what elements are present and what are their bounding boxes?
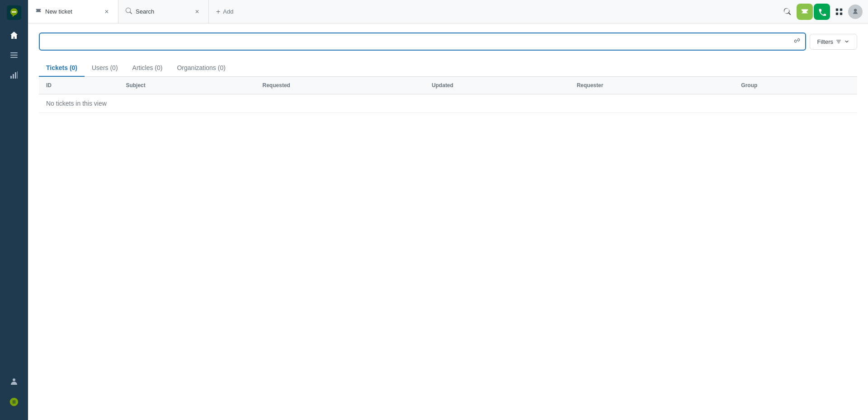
svg-rect-9	[15, 72, 16, 79]
tab-search[interactable]: Search ✕	[118, 0, 209, 23]
search-action-button[interactable]	[779, 4, 796, 20]
add-tab-button[interactable]: + Add	[209, 0, 241, 23]
svg-rect-5	[10, 55, 18, 56]
svg-point-3	[15, 11, 16, 13]
results-table: ID Subject Requested Updated Requester	[39, 77, 857, 113]
svg-rect-13	[836, 12, 838, 14]
tab-organizations[interactable]: Organizations (0)	[170, 60, 232, 77]
col-requester: Requester	[570, 77, 734, 94]
messaging-action-button[interactable]	[797, 4, 813, 20]
svg-rect-11	[836, 8, 838, 10]
tabs-navigation: Tickets (0) Users (0) Articles (0) Organ…	[39, 60, 857, 77]
svg-rect-7	[10, 76, 12, 79]
empty-state-message: No tickets in this view	[39, 94, 857, 113]
search-tab-icon	[126, 8, 132, 15]
svg-point-2	[13, 11, 14, 13]
tab-articles[interactable]: Articles (0)	[125, 60, 170, 77]
tab-bar-actions	[774, 0, 868, 23]
search-tab-label: Search	[136, 8, 189, 15]
table-header: ID Subject Requested Updated Requester	[39, 77, 857, 94]
svg-rect-4	[10, 52, 18, 53]
add-label: Add	[223, 8, 233, 15]
sidebar-item-logo-bottom	[5, 393, 23, 411]
col-updated: Updated	[425, 77, 570, 94]
svg-rect-8	[13, 74, 14, 79]
search-close-button[interactable]: ✕	[193, 8, 201, 16]
apps-action-button[interactable]	[831, 4, 847, 20]
sidebar	[0, 0, 28, 420]
add-icon: +	[216, 8, 220, 16]
sidebar-item-views[interactable]	[5, 46, 23, 64]
sidebar-item-admin[interactable]	[5, 373, 23, 391]
phone-action-button[interactable]	[814, 4, 830, 20]
new-ticket-tab-label: New ticket	[45, 8, 99, 15]
filters-button[interactable]: Filters	[810, 34, 857, 50]
col-group: Group	[734, 77, 857, 94]
tab-tickets[interactable]: Tickets (0)	[39, 60, 85, 77]
new-ticket-close-button[interactable]: ✕	[103, 8, 111, 16]
tab-bar: New ticket ✕ Search ✕ + Add	[28, 0, 868, 23]
user-avatar-button[interactable]	[848, 5, 863, 19]
col-id: ID	[39, 77, 118, 94]
col-requested: Requested	[255, 77, 425, 94]
search-input[interactable]	[40, 33, 789, 50]
tab-users[interactable]: Users (0)	[85, 60, 125, 77]
svg-rect-12	[840, 8, 842, 10]
empty-state-row: No tickets in this view	[39, 94, 857, 113]
sidebar-item-reporting[interactable]	[5, 66, 23, 84]
filters-label: Filters	[817, 38, 833, 45]
table-body: No tickets in this view	[39, 94, 857, 113]
svg-rect-10	[17, 71, 18, 79]
svg-rect-6	[10, 57, 18, 58]
search-bar-wrap: Filters	[39, 33, 857, 51]
search-input-container	[39, 33, 806, 51]
svg-point-1	[12, 11, 13, 13]
tab-new-ticket[interactable]: New ticket ✕	[28, 0, 118, 23]
svg-rect-14	[840, 12, 842, 14]
logo[interactable]	[6, 5, 22, 21]
col-subject: Subject	[118, 77, 255, 94]
ticket-icon	[35, 8, 42, 15]
content-area: Filters Tickets (0) Users (0) Articles (…	[28, 23, 868, 420]
main-area: New ticket ✕ Search ✕ + Add	[28, 0, 868, 420]
link-icon[interactable]	[789, 37, 805, 46]
sidebar-item-home[interactable]	[5, 26, 23, 44]
